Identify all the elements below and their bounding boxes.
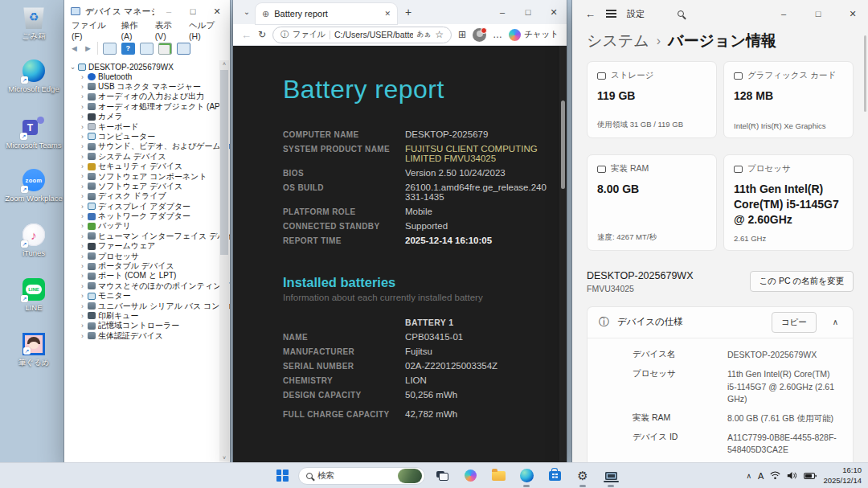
favorite-star-icon[interactable]: ☆ (435, 29, 444, 40)
chevron-right-icon[interactable]: › (78, 92, 87, 100)
taskbar-clock[interactable]: 16:10 2025/12/14 (823, 465, 862, 486)
device-tree-item[interactable]: › ポート (COM と LPT) (68, 271, 228, 281)
refresh-icon[interactable]: ↻ (258, 29, 266, 40)
chevron-right-icon[interactable]: › (78, 272, 87, 280)
scrollbar-thumb[interactable] (220, 70, 228, 255)
maximize-button[interactable]: □ (515, 7, 541, 17)
menu-item[interactable]: 操作(A) (121, 20, 145, 41)
breadcrumb-system[interactable]: システム (587, 31, 649, 51)
minimize-button[interactable]: – (772, 9, 796, 18)
taskbar-search[interactable]: 検索 (298, 467, 425, 485)
device-tree-item[interactable]: › 生体認証デバイス (68, 331, 228, 341)
device-tree-item[interactable]: › Bluetooth (68, 72, 228, 81)
scan-hardware-icon[interactable] (158, 43, 172, 55)
back-icon[interactable]: ← (241, 29, 252, 41)
desktop-icon[interactable]: LINE (6, 278, 61, 328)
menu-item[interactable]: ファイル(F) (72, 20, 112, 41)
device-tree-item[interactable]: › カメラ (68, 112, 228, 121)
chevron-up-icon[interactable]: ∧ (833, 318, 838, 326)
chevron-right-icon[interactable]: › (78, 103, 87, 111)
new-tab-button[interactable]: + (405, 6, 411, 18)
immersive-reader-icon[interactable]: あぁ (417, 30, 431, 39)
address-bar[interactable]: ⓘ ファイル C:/Users/USER/battery-re... あぁ ☆ (272, 27, 452, 43)
copilot-chat-button[interactable]: チャット (509, 29, 559, 41)
menu-item[interactable]: ヘルプ(H) (189, 20, 223, 41)
address-path[interactable]: C:/Users/USER/battery-re... (334, 30, 413, 39)
device-tree-item[interactable]: › キーボード (68, 121, 228, 131)
chevron-right-icon[interactable]: › (78, 182, 87, 191)
edge-button[interactable] (515, 464, 538, 488)
chevron-right-icon[interactable]: › (78, 172, 87, 180)
scroll-up-icon[interactable]: ˄ (219, 61, 229, 67)
chevron-right-icon[interactable]: › (78, 222, 87, 230)
chevron-right-icon[interactable]: › (78, 133, 87, 141)
desktop-icon[interactable]: Zoom Workplace (6, 169, 61, 219)
maximize-button[interactable]: □ (806, 9, 830, 18)
chevron-right-icon[interactable]: › (78, 232, 87, 240)
desktop-icon[interactable]: Microsoft Edge (6, 59, 61, 109)
back-icon[interactable]: ◄ (70, 43, 79, 53)
menu-item[interactable]: 表示(V) (155, 20, 180, 41)
profile-avatar[interactable] (473, 28, 486, 42)
device-tree-item[interactable]: › サウンド、ビデオ、およびゲーム コントローラー (68, 141, 228, 151)
chevron-right-icon[interactable]: › (78, 192, 87, 200)
device-tree-item[interactable]: › ポータブル デバイス (68, 261, 228, 271)
chevron-right-icon[interactable]: › (78, 83, 87, 91)
chevron-right-icon[interactable]: › (78, 322, 87, 330)
browser-tab[interactable]: ⊕ Battery report ✕ (256, 3, 397, 24)
search-icon[interactable] (678, 10, 684, 17)
start-button[interactable] (272, 465, 293, 486)
device-tree-item[interactable]: › オーディオの入力および出力 (68, 92, 228, 101)
device-tree-item[interactable]: › ソフトウェア デバイス (68, 182, 228, 191)
close-button[interactable]: ✕ (207, 6, 227, 17)
forward-icon[interactable]: ► (84, 43, 92, 53)
hamburger-menu-icon[interactable] (606, 13, 616, 14)
device-tree-root[interactable]: ⌄ DESKTOP-2025679WX (68, 62, 228, 72)
device-view-icon[interactable] (103, 43, 117, 55)
maximize-button[interactable]: □ (183, 6, 203, 16)
chevron-right-icon[interactable]: › (78, 142, 87, 150)
close-button[interactable]: ✕ (541, 7, 567, 18)
device-tree-item[interactable]: › セキュリティ デバイス (68, 162, 228, 171)
device-tree-item[interactable]: › 印刷キュー (68, 311, 228, 321)
device-tree-item[interactable]: › マウスとそのほかのポインティング デバイス (68, 281, 228, 291)
chevron-right-icon[interactable]: › (78, 292, 87, 300)
search-highlight-image[interactable] (398, 469, 422, 483)
chevron-right-icon[interactable]: › (78, 73, 87, 81)
settings-header[interactable]: ← 設定 – □ ✕ (572, 0, 868, 24)
more-menu-icon[interactable]: … (493, 29, 502, 40)
chevron-right-icon[interactable]: › (78, 282, 87, 290)
desktop-icon[interactable]: ごみ箱 (6, 5, 61, 55)
rename-pc-button[interactable]: この PC の名前を変更 (750, 271, 854, 292)
chevron-right-icon[interactable]: › (78, 262, 87, 270)
file-explorer-button[interactable] (487, 464, 510, 488)
desktop-icon[interactable]: Microsoft Teams (6, 114, 61, 164)
ime-indicator[interactable]: A (758, 471, 764, 481)
device-tree-item[interactable]: › ユニバーサル シリアル バス コントローラー (68, 301, 228, 310)
volume-icon[interactable] (787, 469, 797, 483)
close-button[interactable]: ✕ (841, 9, 865, 19)
device-tree-item[interactable]: › ファームウェア (68, 241, 228, 251)
device-tree-item[interactable]: › ディスプレイ アダプター (68, 201, 228, 211)
device-manager-button[interactable] (600, 464, 622, 488)
desktop-icon[interactable]: iTunes (6, 223, 61, 273)
device-tree-item[interactable]: › バッテリ (68, 221, 228, 231)
scrollbar-thumb[interactable] (561, 100, 565, 189)
device-tree-item[interactable]: › コンピューター (68, 132, 228, 141)
device-tree-item[interactable]: › モニター (68, 291, 228, 301)
settings-button[interactable]: ⚙ (571, 464, 594, 488)
chevron-right-icon[interactable]: › (78, 302, 87, 310)
chevron-right-icon[interactable]: › (78, 153, 87, 161)
chevron-right-icon[interactable]: › (78, 252, 87, 260)
chevron-right-icon[interactable]: › (78, 332, 87, 340)
collections-icon[interactable]: ⊞ (458, 29, 466, 40)
copilot-button[interactable] (459, 464, 481, 488)
copy-button[interactable]: コピー (772, 312, 817, 333)
device-tree-item[interactable]: › プロセッサ (68, 251, 228, 260)
minimize-button[interactable]: – (159, 6, 178, 16)
back-icon[interactable]: ← (585, 8, 596, 20)
minimize-button[interactable]: – (489, 7, 515, 17)
help-icon[interactable]: ? (121, 43, 135, 55)
task-view-button[interactable] (431, 464, 453, 488)
device-manager-scrollbar[interactable]: ˄ ˅ (219, 60, 229, 461)
